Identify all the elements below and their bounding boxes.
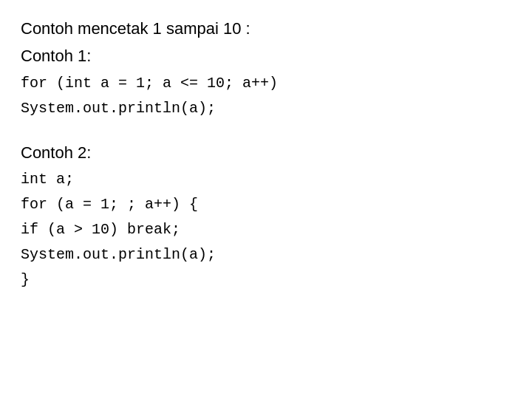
main-content: Contoh mencetak 1 sampai 10 : Contoh 1: … (21, 18, 511, 313)
code-line-1-2: System.out.println(a); (21, 98, 511, 120)
subheading-1: Contoh 1: (21, 45, 511, 68)
code-line-2-5: } (21, 269, 511, 291)
subheading-2: Contoh 2: (21, 142, 511, 165)
section-2: Contoh 2: int a; for (a = 1; ; a++) { if… (21, 142, 511, 292)
section-1: Contoh mencetak 1 sampai 10 : Contoh 1: … (21, 18, 511, 120)
code-line-1-1: for (int a = 1; a <= 10; a++) (21, 72, 511, 95)
code-line-2-2: for (a = 1; ; a++) { (21, 194, 511, 216)
code-line-2-1: int a; (21, 168, 511, 191)
code-line-2-4: System.out.println(a); (21, 244, 511, 266)
code-line-2-3: if (a > 10) break; (21, 219, 511, 241)
heading-1: Contoh mencetak 1 sampai 10 : (21, 18, 511, 41)
